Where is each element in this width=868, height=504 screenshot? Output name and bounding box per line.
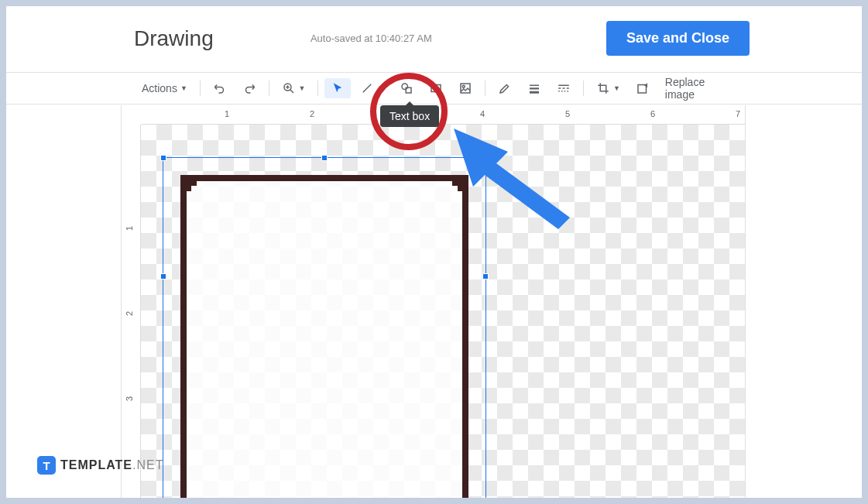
chevron-down-icon: ▼ [377, 84, 384, 92]
zoom-button[interactable]: ▼ [276, 78, 312, 98]
textbox-tool[interactable] [423, 78, 449, 98]
watermark: T TEMPLATE.NET [37, 456, 163, 475]
image-icon [458, 81, 472, 95]
pen-icon [498, 81, 512, 95]
canvas-background [141, 125, 745, 498]
autosave-status: Auto-saved at 10:40:27 AM [310, 33, 432, 44]
divider [583, 81, 584, 96]
border-dash-tool[interactable] [551, 78, 577, 98]
line-icon [360, 81, 374, 95]
select-tool[interactable] [324, 78, 351, 98]
ruler-horizontal: 1 2 3 4 5 6 7 [141, 105, 745, 125]
svg-point-11 [462, 85, 465, 87]
zoom-icon [282, 81, 296, 95]
undo-icon [213, 81, 227, 95]
redo-icon [242, 81, 256, 95]
resize-handle[interactable] [160, 155, 166, 161]
reset-image-tool[interactable] [630, 78, 656, 98]
resize-handle[interactable] [482, 273, 489, 279]
frame-corner [441, 175, 468, 202]
crop-tool[interactable]: ▼ [590, 78, 626, 98]
svg-rect-13 [530, 87, 539, 89]
textbox-icon [429, 81, 443, 95]
shape-icon [400, 81, 413, 95]
frame-corner [180, 175, 208, 202]
chevron-down-icon: ▼ [613, 84, 620, 92]
dialog-title: Drawing [134, 26, 214, 51]
canvas-area[interactable]: 1 2 3 4 5 6 7 1 2 3 [121, 105, 746, 498]
tooltip: Text box [380, 105, 439, 127]
watermark-logo-icon: T [37, 456, 56, 475]
crop-icon [596, 81, 610, 95]
chevron-down-icon: ▼ [299, 84, 306, 92]
image-tool[interactable] [452, 78, 479, 98]
svg-rect-10 [461, 84, 470, 93]
svg-line-1 [290, 90, 293, 94]
actions-menu[interactable]: Actions ▼ [136, 79, 194, 98]
shape-tool[interactable] [393, 78, 420, 98]
resize-handle[interactable] [482, 155, 489, 161]
divider [200, 81, 201, 96]
header: Drawing Auto-saved at 10:40:27 AM Save a… [6, 6, 862, 57]
svg-rect-14 [530, 91, 539, 94]
decorative-frame [180, 175, 468, 498]
divider [485, 81, 485, 96]
svg-rect-12 [530, 85, 539, 87]
chevron-down-icon: ▼ [180, 84, 187, 92]
toolbar: Actions ▼ ▼ ▼ [6, 72, 862, 105]
watermark-text: TEMPLATE.NET [60, 458, 163, 472]
line-dash-icon [557, 81, 571, 95]
svg-rect-23 [638, 85, 647, 94]
divider [317, 81, 318, 96]
ruler-vertical: 1 2 3 [122, 125, 141, 498]
redo-button[interactable] [236, 78, 262, 98]
border-weight-tool[interactable] [521, 78, 547, 98]
undo-button[interactable] [207, 78, 233, 98]
replace-image-button[interactable]: Replace image [659, 73, 732, 104]
resize-handle[interactable] [321, 155, 328, 161]
save-and-close-button[interactable]: Save and Close [606, 21, 750, 56]
line-weight-icon [527, 81, 541, 95]
svg-line-4 [363, 84, 372, 93]
line-tool[interactable]: ▼ [354, 78, 390, 98]
reset-image-icon [636, 81, 650, 95]
selected-object[interactable] [163, 157, 486, 498]
resize-handle[interactable] [160, 273, 166, 279]
cursor-icon [331, 81, 345, 95]
svg-point-5 [402, 84, 408, 90]
border-color-tool[interactable] [492, 78, 518, 98]
divider [269, 81, 269, 96]
svg-rect-7 [431, 85, 441, 92]
